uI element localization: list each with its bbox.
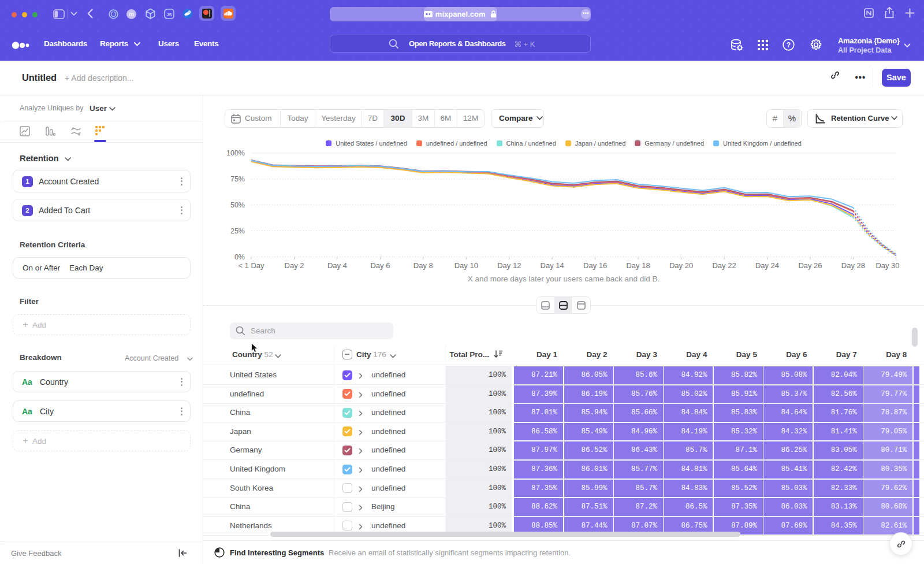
svg-text:Day 14: Day 14	[541, 261, 564, 270]
svg-text:25%: 25%	[230, 227, 245, 235]
svg-text:Day 2: Day 2	[285, 261, 304, 270]
svg-text:Day 28: Day 28	[841, 261, 865, 270]
svg-text:Day 12: Day 12	[497, 261, 521, 270]
svg-text:75%: 75%	[230, 175, 245, 183]
svg-text:Day 16: Day 16	[583, 261, 607, 270]
svg-text:< 1 Day: < 1 Day	[238, 261, 264, 270]
svg-text:?: ?	[787, 41, 791, 49]
svg-text:50%: 50%	[230, 201, 245, 209]
svg-text:Day 8: Day 8	[413, 261, 433, 270]
svg-text:Day 22: Day 22	[712, 261, 736, 270]
svg-text:Day 30: Day 30	[875, 261, 899, 270]
svg-text:Day 10: Day 10	[454, 261, 478, 270]
svg-text:Day 26: Day 26	[798, 261, 822, 270]
svg-text:JS: JS	[166, 12, 172, 17]
svg-text:Day 18: Day 18	[626, 261, 650, 270]
svg-text:Day 24: Day 24	[755, 261, 779, 270]
svg-text:Day 6: Day 6	[370, 261, 390, 270]
svg-text:100%: 100%	[226, 149, 245, 157]
svg-text:Day 20: Day 20	[669, 261, 693, 270]
svg-text:Day 4: Day 4	[327, 261, 347, 270]
svg-text:0%: 0%	[234, 253, 245, 261]
